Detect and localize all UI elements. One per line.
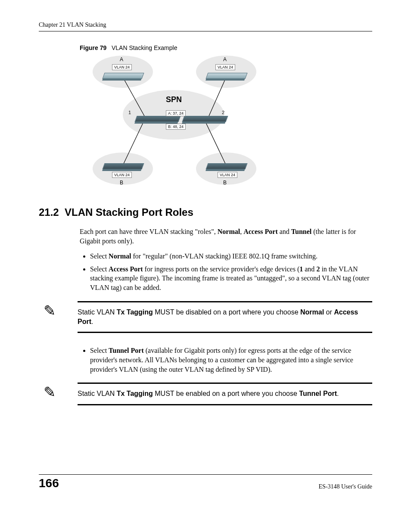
term-tunnel-port: Tunnel Port	[109, 347, 144, 354]
vlan-tag-box: VLAN 24	[215, 64, 235, 70]
text: and	[278, 228, 291, 235]
label-b: B	[120, 180, 123, 186]
list-item: Select Normal for "regular" (non-VLAN st…	[90, 252, 372, 261]
note-text: Static VLAN Tx Tagging MUST be enabled o…	[78, 383, 372, 405]
text: .	[337, 390, 339, 397]
bullet-list-1: Select Normal for "regular" (non-VLAN st…	[80, 252, 372, 292]
text: Each port can have three VLAN stacking "…	[80, 228, 218, 235]
switch-device	[102, 73, 144, 79]
figure-label: Figure 79	[80, 44, 106, 51]
note-icon: ✎	[39, 301, 60, 318]
text: MUST be disabled on a port where you cho…	[153, 308, 300, 316]
text: Static VLAN	[78, 390, 117, 397]
list-item: Select Access Port for ingress ports on …	[90, 264, 372, 292]
term-access-port: Access Port	[243, 228, 278, 235]
text: Select	[90, 347, 109, 354]
list-item: Select Tunnel Port (available for Gigabi…	[90, 346, 372, 374]
vlan-tag-box: A: 37, 24	[166, 110, 186, 116]
text: MUST be enabled on a port where you choo…	[153, 390, 299, 397]
note-block: ✎ Static VLAN Tx Tagging MUST be enabled…	[39, 383, 372, 405]
note-text: Static VLAN Tx Tagging MUST be disabled …	[78, 301, 372, 333]
switch-device	[102, 163, 144, 169]
text: or	[324, 308, 334, 316]
vlan-tag-box: VLAN 24	[112, 172, 132, 178]
section-heading: 21.2 VLAN Stacking Port Roles	[39, 206, 372, 218]
section-title-text: VLAN Stacking Port Roles	[65, 206, 193, 218]
guide-title: ES-3148 User's Guide	[318, 483, 372, 490]
switch-device	[206, 163, 247, 169]
term-normal: Normal	[300, 308, 324, 316]
text: for ingress ports on the service provide…	[143, 265, 300, 273]
text: and	[303, 265, 316, 273]
note-icon: ✎	[39, 383, 60, 400]
label-port-1: 1	[128, 110, 131, 115]
figure-caption: Figure 79 VLAN Stacking Example	[80, 44, 372, 51]
label-a: A	[223, 56, 227, 62]
term-normal: Normal	[218, 228, 240, 235]
text: Static VLAN	[78, 308, 117, 316]
vlan-stacking-diagram: A A B B SPN 1 2 VLAN 24 VLAN 24 VLAN 24 …	[80, 56, 261, 189]
figure-block: Figure 79 VLAN Stacking Example	[80, 44, 372, 189]
figure-caption-text: VLAN Stacking Example	[112, 44, 177, 51]
switch-device	[182, 116, 228, 122]
text: .	[91, 318, 93, 325]
page-number: 166	[39, 476, 59, 490]
term-tunnel: Tunnel	[291, 228, 311, 235]
text: Select	[90, 252, 109, 260]
text: Select	[90, 265, 109, 273]
note-block: ✎ Static VLAN Tx Tagging MUST be disable…	[39, 301, 372, 333]
term-tunnel-port: Tunnel Port	[299, 390, 337, 397]
text: for "regular" (non-VLAN stacking) IEEE 8…	[131, 252, 318, 260]
section-number: 21.2	[39, 206, 59, 218]
term-tx-tagging: Tx Tagging	[117, 390, 153, 397]
label-a: A	[120, 56, 123, 62]
switch-device	[134, 116, 181, 122]
label-spn: SPN	[166, 95, 182, 104]
term-access-port: Access Port	[109, 265, 143, 273]
vlan-tag-box: VLAN 24	[112, 64, 132, 70]
text: ,	[240, 228, 243, 235]
term-normal: Normal	[109, 252, 131, 260]
page-footer: 166 ES-3148 User's Guide	[39, 474, 372, 490]
intro-paragraph: Each port can have three VLAN stacking "…	[80, 227, 372, 246]
running-header: Chapter 21 VLAN Stacking	[39, 22, 372, 31]
switch-device	[206, 73, 247, 79]
vlan-tag-box: VLAN 24	[218, 172, 237, 178]
bullet-list-2: Select Tunnel Port (available for Gigabi…	[80, 346, 372, 374]
label-b: B	[223, 180, 227, 186]
vlan-tag-box: B: 48, 24	[166, 124, 186, 130]
label-port-2: 2	[222, 110, 224, 115]
term-tx-tagging: Tx Tagging	[117, 308, 153, 316]
